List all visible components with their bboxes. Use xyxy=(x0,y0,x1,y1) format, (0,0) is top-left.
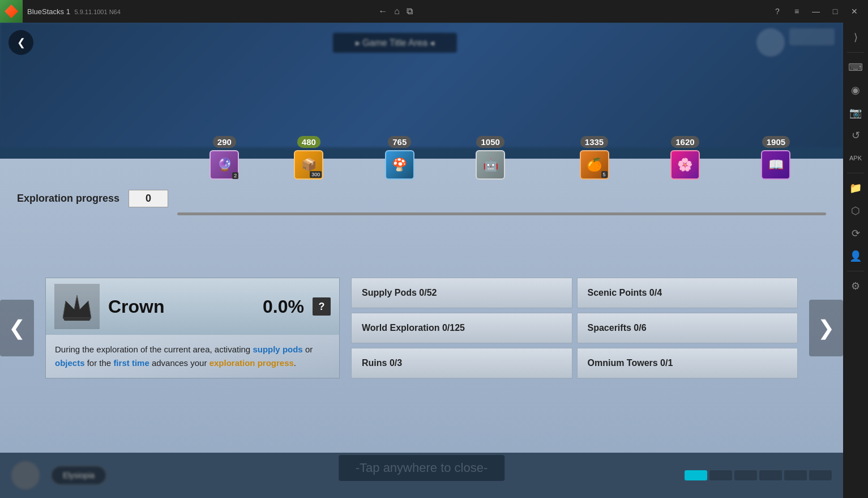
milestone-1050-icon: 🤖 xyxy=(476,150,505,180)
content-area: ❮ ❯ xyxy=(0,278,843,378)
crown-description: During the exploration of the current ar… xyxy=(46,335,339,378)
window-controls: ? ≡ — □ ✕ xyxy=(764,3,868,19)
milestone-290: 290 🔮2 xyxy=(209,136,239,180)
svg-marker-0 xyxy=(63,295,91,318)
milestone-1050-label: 1050 xyxy=(476,136,504,148)
account-icon[interactable]: 👤 xyxy=(845,246,866,266)
milestone-290-label: 290 xyxy=(213,136,236,148)
milestone-1335: 1335 🍊5 xyxy=(580,136,609,180)
dot-4 xyxy=(759,470,782,480)
app-title: BlueStacks 1 5.9.11.1001 N64 xyxy=(23,7,371,16)
minimize-button[interactable]: — xyxy=(808,3,824,19)
gamepad-icon[interactable]: ◉ xyxy=(845,80,866,100)
milestone-1905-label: 1905 xyxy=(762,136,790,148)
milestone-1620-label: 1620 xyxy=(671,136,699,148)
stat-omnium-towers[interactable]: Omnium Towers 0/1 xyxy=(577,348,798,378)
progress-bar-container: 290 🔮2 480 📦300 765 🍄 1050 xyxy=(177,181,826,215)
dot-5 xyxy=(784,470,807,480)
folder-icon[interactable]: 📁 xyxy=(845,178,866,198)
titlebar: BlueStacks 1 5.9.11.1001 N64 ← ⌂ ⧉ ? ≡ —… xyxy=(0,0,868,23)
screenshot-icon[interactable]: ⬡ xyxy=(845,201,866,221)
crown-icon-box xyxy=(54,284,100,329)
stat-ruins[interactable]: Ruins 0/3 xyxy=(351,348,572,378)
milestone-290-icon: 🔮2 xyxy=(209,150,239,180)
game-top-right xyxy=(756,28,835,57)
milestone-1905: 1905 📖 xyxy=(761,136,790,180)
crown-section: Crown 0.0% ? During the exploration of t… xyxy=(45,278,798,378)
apk-icon[interactable]: APK xyxy=(845,148,866,168)
keyboard-icon[interactable]: ⌨ xyxy=(845,57,866,78)
bluestacks-right-sidebar: ⟩ ⌨ ◉ 📷 ↺ APK 📁 ⬡ ⟳ 👤 ⚙ xyxy=(843,23,868,498)
highlight-first-time: first time xyxy=(113,358,149,368)
game-title-bar: ▸ Game Title Area ◂ xyxy=(333,33,457,53)
dot-1 xyxy=(685,470,707,480)
milestone-1905-icon: 📖 xyxy=(761,150,790,180)
question-icon[interactable]: ? xyxy=(313,297,331,316)
milestone-765-label: 765 xyxy=(388,136,411,148)
bottom-avatar xyxy=(11,461,40,490)
rotate-icon[interactable]: ⟳ xyxy=(845,223,866,244)
camera-icon[interactable]: 📷 xyxy=(845,103,866,123)
milestone-480-label: 480 xyxy=(297,136,320,148)
dot-6 xyxy=(809,470,832,480)
sidebar-divider-3 xyxy=(847,271,864,271)
close-button[interactable]: ✕ xyxy=(846,3,862,19)
milestone-1335-label: 1335 xyxy=(580,136,608,148)
maximize-button[interactable]: □ xyxy=(827,3,843,19)
exploration-panel: Exploration progress 0 290 🔮2 480 📦300 xyxy=(0,159,843,498)
stat-scenic-points[interactable]: Scenic Points 0/4 xyxy=(577,278,798,308)
stat-spacerifts[interactable]: Spacerifts 0/6 xyxy=(577,313,798,343)
progress-section: Exploration progress 0 290 🔮2 480 📦300 xyxy=(0,159,843,227)
crown-panel: Crown 0.0% ? During the exploration of t… xyxy=(45,278,340,378)
milestone-765: 765 🍄 xyxy=(385,136,414,180)
bottom-progress-dots xyxy=(685,470,832,480)
nav-right-arrow[interactable]: ❯ xyxy=(809,300,843,356)
nav-left-arrow[interactable]: ❮ xyxy=(0,300,34,356)
bottom-area: Elysiopia xyxy=(0,453,843,498)
progress-value: 0 xyxy=(129,190,168,207)
sidebar-divider-1 xyxy=(847,52,864,53)
milestone-480: 480 📦300 xyxy=(294,136,323,180)
progress-milestones: 290 🔮2 480 📦300 765 🍄 1050 xyxy=(177,136,826,165)
milestone-1620-icon: 🌸 xyxy=(670,150,700,180)
game-back-button[interactable]: ❮ xyxy=(8,30,33,55)
stats-panel: Supply Pods 0/52 Scenic Points 0/4 World… xyxy=(351,278,798,378)
highlight-supply-pods: supply pods xyxy=(253,344,302,354)
exploration-label: Exploration progress xyxy=(17,193,119,205)
logo-diamond xyxy=(5,5,18,18)
sidebar-expand-icon[interactable]: ⟩ xyxy=(845,27,866,48)
home-nav-icon[interactable]: ⌂ xyxy=(394,6,400,16)
crown-header: Crown 0.0% ? xyxy=(46,278,339,335)
app-logo xyxy=(0,0,23,23)
milestone-480-icon: 📦300 xyxy=(294,150,323,180)
crown-percentage: 0.0% xyxy=(263,296,304,317)
help-button[interactable]: ? xyxy=(769,3,785,19)
stat-supply-pods[interactable]: Supply Pods 0/52 xyxy=(351,278,572,308)
progress-track xyxy=(177,212,826,215)
milestone-765-icon: 🍄 xyxy=(385,150,414,180)
titlebar-nav: ← ⌂ ⧉ xyxy=(371,6,420,16)
highlight-objects: objects xyxy=(55,358,85,368)
bottom-region-btn[interactable]: Elysiopia xyxy=(51,466,106,485)
back-nav-icon[interactable]: ← xyxy=(378,6,387,16)
svg-marker-1 xyxy=(63,318,91,321)
menu-button[interactable]: ≡ xyxy=(789,3,805,19)
crown-title: Crown xyxy=(108,296,254,317)
stat-world-exploration[interactable]: World Exploration 0/125 xyxy=(351,313,572,343)
milestone-1050: 1050 🤖 xyxy=(476,136,505,180)
dot-2 xyxy=(709,470,732,480)
milestone-1335-icon: 🍊5 xyxy=(580,150,609,180)
sidebar-divider-2 xyxy=(847,173,864,173)
stack-nav-icon[interactable]: ⧉ xyxy=(407,6,413,16)
crown-svg-icon xyxy=(60,290,94,324)
refresh-icon[interactable]: ↺ xyxy=(845,125,866,146)
game-area[interactable]: ❮ ▸ Game Title Area ◂ Exploration progre… xyxy=(0,23,843,498)
game-top-ui: ❮ ▸ Game Title Area ◂ xyxy=(0,28,843,57)
milestone-1620: 1620 🌸 xyxy=(670,136,700,180)
settings-icon[interactable]: ⚙ xyxy=(845,276,866,296)
dot-3 xyxy=(734,470,757,480)
highlight-exploration-progress: exploration progress xyxy=(209,358,294,368)
